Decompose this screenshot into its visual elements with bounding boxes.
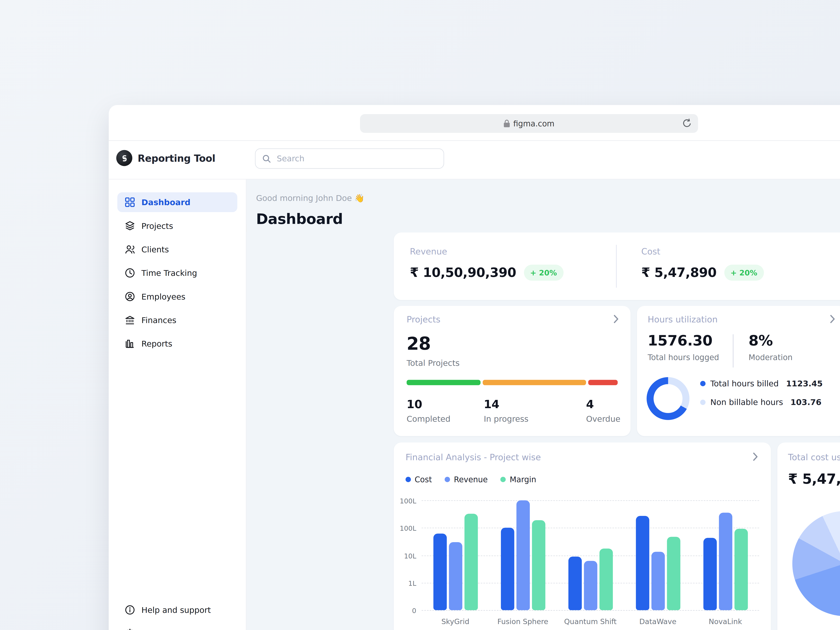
sidebar-item-label: Help and support: [141, 605, 211, 615]
sidebar-item-label: Employees: [141, 292, 185, 302]
app-title: Reporting Tool: [137, 153, 215, 164]
progress-segment-completed: [407, 380, 480, 385]
stat-value: 10: [407, 398, 484, 411]
total-cost-usage-card: Total cost usage ₹ 5,47,800 Project Man.…: [777, 442, 840, 630]
bar-revenue-fusion-sphere[interactable]: [516, 501, 529, 610]
sidebar-item-settings[interactable]: Settings: [117, 624, 238, 630]
bar-margin-fusion-sphere[interactable]: [532, 520, 545, 610]
legend-value: 103.76: [791, 398, 821, 407]
sidebar: DashboardProjectsClientsTime TrackingEmp…: [109, 180, 246, 630]
sidebar-item-label: Reports: [141, 339, 172, 349]
search-icon: [262, 154, 271, 163]
hours-donut-chart[interactable]: [646, 377, 689, 420]
x-axis-label-skygrid: SkyGrid: [422, 617, 489, 625]
report-icon: [125, 338, 135, 349]
total-projects-label: Total Projects: [407, 358, 618, 368]
sidebar-item-label: Dashboard: [141, 197, 191, 207]
total-projects-value: 28: [407, 333, 618, 354]
cost-pie-chart[interactable]: [793, 511, 840, 616]
bar-cost-datawave[interactable]: [636, 516, 649, 610]
sidebar-item-time-tracking[interactable]: Time Tracking: [117, 263, 237, 283]
bar-margin-datawave[interactable]: [666, 537, 680, 610]
browser-chrome: figma.com: [109, 105, 840, 141]
stat-value: 14: [484, 398, 586, 411]
bar-cost-novalink[interactable]: [703, 538, 716, 610]
sidebar-item-dashboard[interactable]: Dashboard: [117, 192, 237, 212]
bar-margin-quantum-shift[interactable]: [599, 549, 613, 610]
browser-window: figma.com Reporting Tool: [109, 105, 840, 630]
y-axis-tick: 0: [412, 607, 416, 615]
bar-revenue-novalink[interactable]: [719, 513, 732, 610]
bar-revenue-datawave[interactable]: [651, 552, 665, 610]
project-stat-in-progress: 14In progress: [484, 398, 586, 423]
bar-chart-x-labels: SkyGridFusion SphereQuantum ShiftDataWav…: [422, 617, 759, 625]
sidebar-item-help-and-support[interactable]: Help and support: [117, 600, 238, 620]
screenshot-stage: figma.com Reporting Tool: [0, 0, 840, 630]
gear-icon: [125, 628, 135, 630]
bar-cost-fusion-sphere[interactable]: [501, 528, 514, 610]
sidebar-nav: DashboardProjectsClientsTime TrackingEmp…: [117, 192, 237, 354]
projects-breakdown: 10Completed14In progress4Overdue: [407, 398, 618, 423]
projects-chevron-icon[interactable]: [614, 314, 619, 324]
url-text: figma.com: [513, 119, 554, 128]
chart-legend-margin: Margin: [501, 475, 536, 484]
hours-legend: Total hours billed 1123.45Non billable h…: [700, 379, 823, 416]
hours-legend-item-total-hours-billed: Total hours billed 1123.45: [700, 379, 823, 388]
legend-dot: [501, 477, 506, 482]
legend-label: Cost: [415, 475, 432, 484]
bar-chart: 100L100L10L1L0: [422, 501, 759, 610]
sidebar-item-employees[interactable]: Employees: [117, 287, 237, 306]
stat-label: Overdue: [586, 414, 620, 424]
legend-label: Revenue: [454, 475, 488, 484]
legend-dot: [406, 477, 411, 482]
stat-label: Cost: [641, 246, 840, 257]
legend-value: 1123.45: [786, 379, 823, 388]
stat-label: Revenue: [410, 246, 616, 257]
bar-cost-quantum-shift[interactable]: [568, 556, 581, 610]
url-bar[interactable]: figma.com: [360, 114, 698, 133]
sidebar-item-label: Projects: [141, 221, 173, 231]
bar-group-skygrid: [422, 501, 489, 610]
total-hours-value: 1576.30: [648, 332, 719, 349]
x-axis-label-quantum-shift: Quantum Shift: [557, 617, 624, 625]
legend-dot: [700, 381, 706, 386]
legend-label: Margin: [510, 475, 536, 484]
x-axis-label-fusion-sphere: Fusion Sphere: [489, 617, 557, 625]
stat-value: 4: [586, 398, 620, 411]
bar-group-quantum-shift: [557, 501, 624, 610]
legend-label: Total hours billed: [711, 379, 782, 388]
sidebar-item-projects[interactable]: Projects: [117, 216, 237, 236]
sidebar-footer: Help and supportSettings: [117, 600, 238, 630]
bar-margin-skygrid[interactable]: [464, 513, 478, 610]
hours-chevron-icon[interactable]: [830, 314, 835, 324]
stat-badge: + 20%: [724, 265, 764, 281]
total-hours-label: Total hours logged: [648, 353, 719, 362]
search-input[interactable]: [276, 153, 436, 164]
chart-legend-cost: Cost: [406, 475, 432, 484]
bar-group-datawave: [624, 501, 692, 610]
stat-label: Completed: [407, 414, 484, 424]
search-box[interactable]: [255, 148, 444, 169]
moderation-value: 8%: [748, 332, 793, 349]
financial-chevron-icon[interactable]: [753, 452, 758, 461]
bar-cost-skygrid[interactable]: [433, 533, 447, 610]
stat-value: ₹ 5,47,890: [641, 265, 717, 280]
layers-icon: [125, 221, 135, 231]
bar-revenue-quantum-shift[interactable]: [584, 561, 597, 610]
financial-card-title: Financial Analysis - Project wise: [406, 452, 759, 462]
sidebar-item-reports[interactable]: Reports: [117, 334, 237, 354]
sidebar-item-label: Settings: [141, 629, 174, 630]
sidebar-item-clients[interactable]: Clients: [117, 239, 237, 259]
projects-card-title: Projects: [407, 314, 618, 325]
bar-margin-novalink[interactable]: [734, 529, 747, 610]
hours-legend-item-non-billable-hours: Non billable hours 103.76: [700, 398, 823, 407]
bar-revenue-skygrid[interactable]: [448, 542, 462, 610]
bank-icon: [125, 315, 135, 325]
reload-icon[interactable]: [682, 118, 692, 128]
sidebar-item-finances[interactable]: Finances: [117, 310, 237, 330]
greeting-text: Good morning John Doe 👋: [256, 194, 840, 203]
project-stat-overdue: 4Overdue: [586, 398, 620, 423]
grid-icon: [125, 197, 135, 207]
y-axis-tick: 100L: [399, 497, 416, 505]
project-stat-completed: 10Completed: [407, 398, 484, 423]
